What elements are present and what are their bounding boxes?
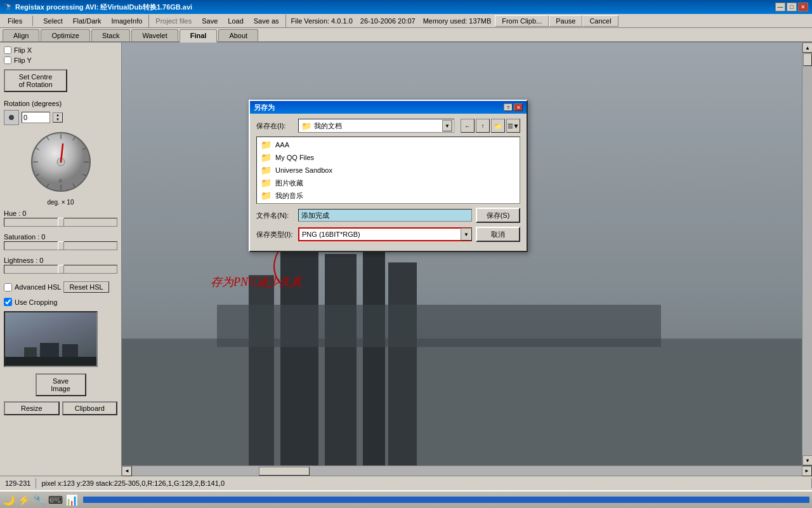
scroll-up-button[interactable]: ▲: [802, 43, 812, 53]
folder-aaa[interactable]: 📁 AAA: [258, 138, 518, 151]
set-centre-button[interactable]: Set Centreof Rotation: [4, 69, 67, 92]
app-icon: 🔭: [4, 3, 13, 11]
tab-align[interactable]: Align: [3, 29, 39, 41]
tab-wavelet[interactable]: Wavelet: [131, 29, 178, 41]
main-layout: Flip X Flip Y Set Centreof Rotation Rota…: [0, 43, 812, 476]
svg-text:0: 0: [59, 178, 62, 184]
save-as-menu[interactable]: Save as: [249, 16, 284, 26]
dialog-content: 保存在(I): 📁 我的文档 ▼ ← ↑ 📁: [250, 114, 527, 251]
thumbnail-image: [5, 312, 96, 366]
scroll-track[interactable]: [802, 53, 812, 455]
tab-optimize[interactable]: Optimize: [41, 29, 89, 41]
window-title: Registax processing AVI: 经VirtualDub转换1.…: [15, 3, 192, 12]
close-button[interactable]: ✕: [798, 3, 808, 11]
folder-universe[interactable]: 📁 Universe Sandbox: [258, 164, 518, 177]
h-scroll-track[interactable]: [132, 466, 802, 476]
hue-slider[interactable]: [4, 218, 117, 227]
menu-sep1: [148, 15, 149, 27]
thumbnail-container: [4, 311, 98, 367]
file-version-info: File Version: 4.0.1.0: [287, 17, 357, 25]
dialog-title-bar: 另存为 ? ✕: [250, 101, 527, 114]
use-cropping-checkbox[interactable]: [4, 298, 12, 306]
rotation-dial[interactable]: 0: [29, 130, 93, 194]
dialog-close-button[interactable]: ✕: [514, 104, 523, 111]
dialog-cancel-button[interactable]: 取消: [476, 227, 520, 242]
thumbnail-svg: [5, 312, 98, 367]
save-in-value: 我的文档: [314, 121, 342, 131]
minimize-button[interactable]: —: [775, 3, 785, 11]
reset-hsl-button[interactable]: Reset HSL: [63, 281, 108, 293]
save-dialog: 另存为 ? ✕ 保存在(I): �: [249, 100, 528, 252]
dialog-help-button[interactable]: ?: [504, 104, 513, 111]
folder-music[interactable]: 📁 我的音乐: [258, 189, 518, 202]
tab-stack[interactable]: Stack: [91, 29, 131, 41]
folder-icon-qq: 📁: [261, 152, 272, 163]
folder-icon-aaa: 📁: [261, 140, 272, 150]
scroll-left-button[interactable]: ◄: [122, 466, 132, 476]
nav-back-button[interactable]: ←: [461, 119, 475, 133]
flip-y-row: Flip Y: [4, 57, 117, 64]
rotation-spinner[interactable]: ▲ ▼: [53, 112, 63, 123]
cancel-button[interactable]: Cancel: [582, 15, 618, 27]
save-in-row: 保存在(I): 📁 我的文档 ▼ ← ↑ 📁: [256, 119, 520, 133]
filename-input[interactable]: [298, 209, 472, 222]
new-folder-button[interactable]: 📁: [491, 119, 505, 133]
files-group: Files: [3, 16, 33, 26]
image-info-menu[interactable]: ImageInfo: [106, 16, 147, 26]
scroll-thumb[interactable]: [803, 53, 812, 66]
nav-up-button[interactable]: ↑: [476, 119, 490, 133]
from-clipboard-button[interactable]: From Clipb...: [495, 15, 549, 27]
rotation-dial-container: 0: [4, 130, 117, 194]
save-image-button[interactable]: SaveImage: [36, 373, 86, 396]
saturation-slider[interactable]: [4, 241, 117, 250]
pause-button[interactable]: Pause: [549, 15, 582, 27]
folder-icon-music: 📁: [261, 190, 272, 201]
h-scroll-thumb[interactable]: [259, 467, 310, 476]
taskbar-icon-1[interactable]: 🌙: [3, 494, 15, 506]
flip-y-checkbox[interactable]: [4, 57, 11, 64]
taskbar-icon-5[interactable]: 📊: [65, 494, 78, 506]
bottom-btn-row: Resize Clipboard: [4, 401, 117, 415]
filetype-dropdown-arrow[interactable]: ▼: [461, 228, 472, 241]
dialog-toolbar: ← ↑ 📁 ☰▼: [461, 119, 520, 133]
taskbar-icon-2[interactable]: ⚡: [18, 494, 30, 506]
filetype-select[interactable]: PNG (16BIT*RGB) BMP JPEG TIFF: [298, 227, 472, 241]
maximize-button[interactable]: □: [787, 3, 797, 11]
dialog-overlay: 另存为 ? ✕ 保存在(I): �: [122, 43, 802, 465]
rotation-value-input[interactable]: [22, 112, 50, 123]
status-pixel-info: pixel x:123 y:239 stack:225-305,0,R:126,…: [36, 478, 812, 488]
clipboard-button[interactable]: Clipboard: [62, 401, 118, 415]
folder-pictures[interactable]: 📁 图片收藏: [258, 177, 518, 189]
resize-button[interactable]: Resize: [4, 401, 60, 415]
save-menu[interactable]: Save: [197, 16, 223, 26]
load-menu[interactable]: Load: [223, 16, 248, 26]
svg-rect-20: [5, 357, 98, 367]
scroll-right-button[interactable]: ►: [802, 466, 812, 476]
flip-x-checkbox[interactable]: [4, 46, 11, 54]
lightness-slider[interactable]: [4, 265, 117, 274]
tab-final[interactable]: Final: [180, 29, 218, 43]
flip-x-label: Flip X: [14, 46, 32, 54]
view-button[interactable]: ☰▼: [506, 119, 520, 133]
use-cropping-label: Use Cropping: [15, 298, 57, 306]
folder-name-aaa: AAA: [275, 141, 289, 149]
save-in-dropdown-arrow[interactable]: ▼: [442, 120, 452, 131]
flat-dark-menu[interactable]: Flat/Dark: [68, 16, 107, 26]
tab-about[interactable]: About: [218, 29, 258, 41]
title-bar: 🔭 Registax processing AVI: 经VirtualDub转换…: [0, 0, 812, 14]
advanced-hsl-checkbox[interactable]: [4, 283, 12, 291]
taskbar-icon-4[interactable]: ⌨: [48, 494, 63, 506]
date-info: 26-10-2006 20:07: [357, 17, 419, 25]
scroll-down-button[interactable]: ▼: [802, 455, 812, 465]
files-label: Files: [3, 16, 27, 26]
folder-name-qq: My QQ Files: [275, 154, 314, 161]
advanced-hsl-label: Advanced HSL: [15, 283, 61, 291]
taskbar-icon-3[interactable]: 🔧: [33, 494, 46, 506]
save-in-combo[interactable]: 📁 我的文档 ▼: [298, 119, 454, 133]
folder-qq-files[interactable]: 📁 My QQ Files: [258, 151, 518, 164]
title-bar-controls[interactable]: — □ ✕: [775, 3, 808, 11]
content-main-row: 存为PNG减少失真 另存为 ? ✕: [122, 43, 812, 465]
dialog-save-button[interactable]: 保存(S): [476, 208, 520, 223]
flip-y-label: Flip Y: [14, 57, 32, 64]
select-menu[interactable]: Select: [38, 16, 68, 26]
